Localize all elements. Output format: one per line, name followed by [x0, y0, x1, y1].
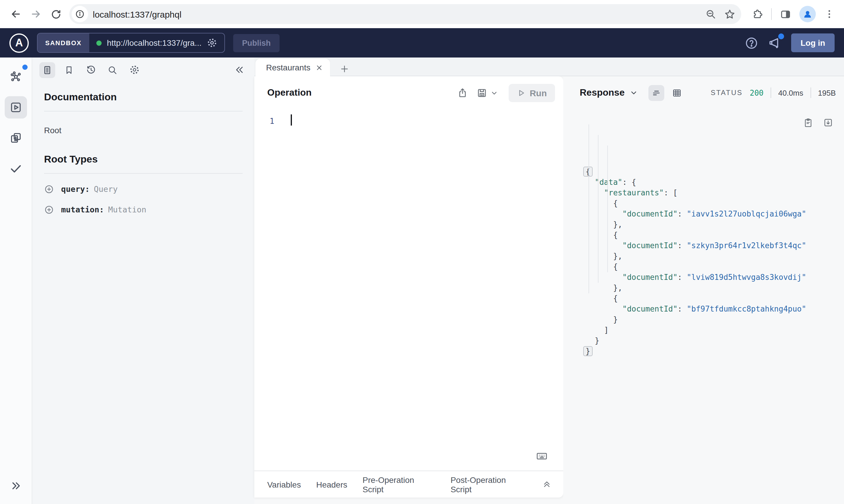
- expand-plus-icon[interactable]: [44, 204, 54, 214]
- extensions-icon[interactable]: [752, 8, 763, 20]
- collapse-panel-icon[interactable]: [234, 65, 245, 75]
- tab-bar: Restaurants: [254, 57, 844, 76]
- sandbox-badge[interactable]: SANDBOX: [38, 33, 89, 52]
- response-header: Response STA: [563, 76, 844, 109]
- checks-icon[interactable]: [5, 157, 27, 180]
- login-button[interactable]: Log in: [791, 33, 834, 52]
- endpoint-url[interactable]: http://localhost:1337/gra...: [89, 33, 224, 52]
- response-title: Response: [580, 87, 625, 98]
- forward-icon[interactable]: [26, 4, 46, 24]
- divider: [771, 87, 771, 98]
- response-json-line: },: [586, 251, 844, 262]
- address-bar[interactable]: localhost:1337/graphql: [69, 4, 741, 24]
- share-icon[interactable]: [457, 87, 468, 98]
- response-dropdown-chevron-icon[interactable]: [630, 89, 638, 97]
- save-icon[interactable]: [476, 87, 487, 98]
- browser-menu-icon[interactable]: [824, 9, 834, 19]
- doc-root-link[interactable]: Root: [44, 126, 62, 135]
- response-json-line: },: [586, 283, 844, 293]
- query-field-name[interactable]: query:: [61, 184, 90, 194]
- root-type-query-row[interactable]: query:Query: [44, 184, 243, 194]
- help-icon[interactable]: [745, 36, 758, 50]
- response-json-line: "documentId": "bf97tfdumkcc8ptahkng4puo": [586, 304, 844, 314]
- changesets-icon[interactable]: [5, 127, 27, 149]
- schema-icon[interactable]: [5, 66, 27, 88]
- root-types-title: Root Types: [44, 154, 243, 165]
- search-icon[interactable]: [105, 62, 120, 78]
- settings-icon[interactable]: [126, 62, 142, 78]
- publish-button[interactable]: Publish: [233, 34, 279, 52]
- tab-headers[interactable]: Headers: [316, 480, 347, 489]
- announcements-notification-dot: [778, 33, 784, 39]
- expand-plus-icon[interactable]: [44, 184, 54, 194]
- tab-pre-operation-script[interactable]: Pre-Operation Script: [363, 475, 435, 494]
- close-tab-icon[interactable]: [315, 64, 323, 71]
- query-field-type[interactable]: Query: [94, 184, 118, 194]
- announcements-icon[interactable]: [768, 36, 782, 50]
- play-icon: [517, 88, 526, 97]
- documentation-title: Documentation: [44, 92, 243, 103]
- response-size: 195B: [818, 88, 836, 97]
- zoom-out-icon[interactable]: [705, 9, 716, 19]
- response-json-line: }: [586, 346, 844, 357]
- tab-variables[interactable]: Variables: [267, 480, 301, 489]
- endpoint-settings-icon[interactable]: [207, 38, 217, 48]
- back-icon[interactable]: [6, 4, 26, 24]
- divider: [44, 111, 243, 111]
- tab-post-operation-script[interactable]: Post-Operation Script: [450, 475, 527, 494]
- mutation-field-name[interactable]: mutation:: [61, 205, 104, 214]
- response-duration: 40.0ms: [778, 88, 803, 97]
- run-button[interactable]: Run: [509, 84, 555, 102]
- bookmark-star-icon[interactable]: [724, 8, 735, 20]
- divider: [810, 87, 811, 98]
- history-icon[interactable]: [83, 62, 99, 78]
- explorer-icon[interactable]: [5, 96, 27, 119]
- run-label: Run: [530, 88, 547, 98]
- operation-footer: Variables Headers Pre-Operation Script P…: [254, 471, 563, 498]
- reload-icon[interactable]: [46, 4, 66, 24]
- expand-rail-icon[interactable]: [5, 475, 27, 497]
- mutation-field-type[interactable]: Mutation: [108, 205, 146, 214]
- status-code: 200: [750, 88, 763, 97]
- status-label: STATUS: [711, 89, 743, 97]
- side-panel-icon[interactable]: [780, 8, 791, 20]
- response-json-line: {: [586, 262, 844, 272]
- collapse-footer-icon[interactable]: [542, 480, 552, 489]
- response-json-line: {: [586, 198, 844, 209]
- endpoint-url-text: http://localhost:1337/gra...: [107, 38, 202, 48]
- keyboard-shortcuts-icon[interactable]: [536, 450, 548, 462]
- indent-guide: [588, 124, 589, 293]
- indent-guide: [607, 145, 608, 272]
- apollo-sandbox-app: localhost:1337/graphql: [0, 0, 844, 504]
- tab-label: Restaurants: [266, 63, 311, 72]
- response-json-line: {: [586, 167, 844, 177]
- table-view-icon[interactable]: [669, 85, 685, 101]
- response-json-line: ]: [586, 325, 844, 336]
- response-json-line: {: [586, 293, 844, 304]
- line-number: 1: [254, 109, 274, 471]
- tab-restaurants[interactable]: Restaurants: [256, 59, 330, 76]
- response-json[interactable]: { "data": { "restaurants": [ { "document…: [586, 114, 844, 357]
- apollo-logo[interactable]: A: [10, 33, 29, 53]
- operation-panel: Operation: [254, 76, 563, 498]
- new-tab-icon[interactable]: [340, 64, 349, 74]
- json-view-icon[interactable]: [649, 85, 665, 101]
- toolbar-divider: [771, 8, 772, 20]
- response-json-line: "data": {: [586, 177, 844, 188]
- save-options-chevron-icon[interactable]: [490, 89, 498, 96]
- indent-guide: [598, 135, 599, 283]
- root-type-mutation-row[interactable]: mutation:Mutation: [44, 204, 243, 215]
- operation-editor[interactable]: 1: [254, 109, 563, 471]
- response-json-line: "documentId": "iavv1s2l27uoblqcjai06wga": [586, 209, 844, 219]
- url-text[interactable]: localhost:1337/graphql: [93, 9, 705, 19]
- response-json-line: }: [586, 314, 844, 325]
- documentation-toolbar: [32, 57, 254, 82]
- saved-operations-icon[interactable]: [61, 62, 77, 78]
- response-json-line: },: [586, 219, 844, 230]
- profile-avatar[interactable]: [799, 6, 816, 22]
- documentation-panel: Documentation Root Root Types query:Quer…: [32, 57, 254, 504]
- text-cursor: [291, 114, 292, 126]
- site-info-icon[interactable]: [72, 6, 88, 22]
- left-rail: [0, 57, 32, 504]
- docs-icon[interactable]: [39, 62, 55, 78]
